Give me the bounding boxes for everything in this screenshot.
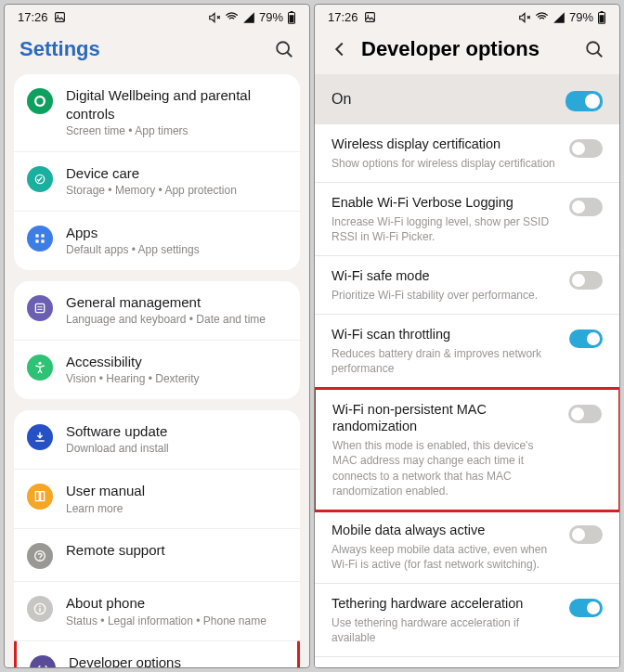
settings-item[interactable]: Device care Storage • Memory • App prote… [14,151,300,211]
item-title: Enable Wi-Fi Verbose Logging [332,194,558,212]
settings-item[interactable]: User manual Learn more [14,469,300,528]
svg-rect-10 [35,234,38,237]
svg-point-24 [367,15,369,17]
dev-option-item[interactable]: Mobile data always active Always keep mo… [315,510,619,584]
item-subtitle: Increase Wi-Fi logging level, show per S… [332,214,558,244]
status-bar: 17:26 79% [5,5,309,28]
phone-settings: 17:26 79% Settings Digital Wellbeing and… [4,4,310,668]
toggle-switch[interactable] [568,405,602,423]
svg-rect-23 [365,13,374,22]
dev-option-item[interactable]: Wi-Fi safe mode Prioritize Wi-Fi stabili… [315,256,619,315]
header: Settings [5,28,309,74]
dev-option-item[interactable]: Network download rate limit Configure th… [315,657,619,668]
item-title: Device care [66,164,287,183]
svg-rect-3 [291,11,293,12]
settings-item[interactable]: Accessibility Vision • Hearing • Dexteri… [14,340,300,399]
toggle-switch[interactable] [569,330,603,348]
wellbeing-icon [27,88,53,114]
settings-group: Digital Wellbeing and parental controls … [14,74,300,270]
wifi-icon [535,10,549,24]
item-text: Accessibility Vision • Hearing • Dexteri… [66,353,287,387]
svg-line-6 [287,52,292,57]
status-bar: 17:26 79% [315,5,619,28]
item-text: About phone Status • Legal information •… [66,594,287,628]
settings-item[interactable]: About phone Status • Legal information •… [14,581,300,640]
search-icon[interactable] [274,39,294,59]
battery-icon [597,11,606,24]
item-title: Wi-Fi safe mode [332,267,558,285]
screenshot-icon [54,11,66,23]
toggle-switch[interactable] [569,599,603,617]
settings-item[interactable]: Digital Wellbeing and parental controls … [14,74,300,151]
item-text: User manual Learn more [66,482,287,516]
svg-line-29 [597,52,602,57]
item-subtitle: Default apps • App settings [66,243,287,258]
signal-icon [552,11,566,24]
item-title: Mobile data always active [332,522,558,539]
item-text: Software update Download and install [66,422,287,457]
dev-option-item[interactable]: Wireless display certification Show opti… [315,124,619,183]
item-subtitle: Status • Legal information • Phone name [66,614,287,629]
item-subtitle: Prioritize Wi-Fi stability over performa… [332,288,558,303]
toggle-switch[interactable] [569,525,603,544]
toggle-switch[interactable] [569,271,603,290]
svg-point-17 [38,362,41,365]
item-title: Wi-Fi scan throttling [332,326,558,343]
item-title: Accessibility [66,353,287,371]
item-subtitle: Learn more [66,502,287,517]
item-subtitle: Always keep mobile data active, even whe… [332,542,558,572]
svg-point-1 [57,15,58,17]
update-icon [27,424,53,450]
toggle-switch[interactable] [569,198,603,216]
settings-item[interactable]: Remote support [14,528,300,581]
item-title: About phone [66,594,287,613]
header: Developer options [315,28,619,74]
svg-rect-11 [41,234,44,237]
svg-rect-4 [290,15,294,22]
dev-option-item[interactable]: Tethering hardware acceleration Use teth… [315,584,619,657]
dev-option-item[interactable]: Wi-Fi non-persistent MAC randomization W… [314,387,620,512]
back-icon[interactable] [330,39,350,59]
item-title: Apps [66,224,287,242]
dev-option-item[interactable]: Enable Wi-Fi Verbose Logging Increase Wi… [315,183,619,256]
item-text: Device care Storage • Memory • App prote… [66,164,287,199]
item-title: Software update [66,422,287,441]
item-text: General management Language and keyboard… [66,293,287,328]
mute-icon [208,11,221,24]
status-time: 17:26 [18,10,48,24]
item-title: User manual [66,482,287,500]
settings-list[interactable]: Digital Wellbeing and parental controls … [5,74,309,667]
master-toggle-row[interactable]: On [315,74,619,124]
accessibility-icon [27,355,53,381]
remote-icon [27,543,53,569]
svg-point-5 [277,42,289,54]
settings-item[interactable]: Software update Download and install [14,410,300,469]
settings-item[interactable]: Apps Default apps • App settings [14,211,300,270]
svg-rect-14 [35,304,44,312]
battery-icon [287,11,296,24]
item-text: Wi-Fi safe mode Prioritize Wi-Fi stabili… [332,267,558,303]
search-icon[interactable] [584,39,604,59]
item-text: Mobile data always active Always keep mo… [332,522,558,572]
item-text: Wi-Fi scan throttling Reduces battery dr… [332,326,558,376]
item-title: General management [66,293,287,312]
item-title: Developer options [69,653,284,667]
item-subtitle: Show options for wireless display certif… [332,156,558,171]
settings-group: Software update Download and install Use… [14,410,300,667]
svg-point-28 [587,42,599,54]
toggle-switch[interactable] [569,139,603,158]
master-toggle-label: On [332,91,351,108]
settings-item[interactable]: Developer options Developer options [14,640,300,667]
dev-options-list[interactable]: Wireless display certification Show opti… [315,124,619,668]
svg-rect-26 [601,11,604,12]
item-text: Wireless display certification Show opti… [332,136,558,171]
status-battery: 79% [569,10,593,24]
item-subtitle: Screen time • App timers [66,124,287,139]
status-time: 17:26 [328,10,358,24]
master-toggle[interactable] [566,91,603,111]
dev-option-item[interactable]: Wi-Fi scan throttling Reduces battery dr… [315,315,619,388]
settings-item[interactable]: General management Language and keyboard… [14,281,300,340]
item-text: Developer options Developer options [69,653,284,667]
signal-icon [242,11,255,24]
item-subtitle: Download and install [66,442,287,457]
